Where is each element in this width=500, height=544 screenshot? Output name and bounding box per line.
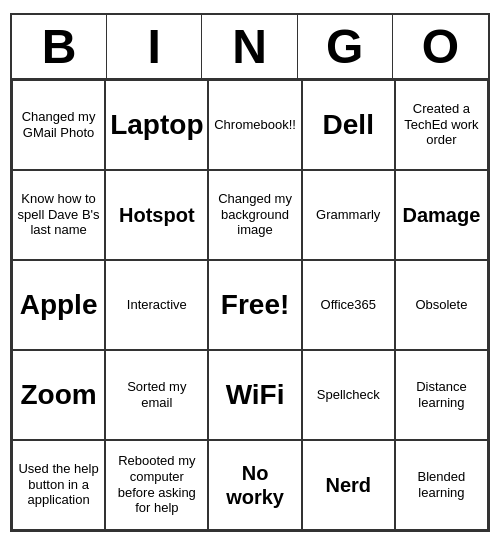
bingo-cell-13: Office365 [302,260,395,350]
bingo-grid: Changed my GMail PhotoLaptopChromebook!!… [12,80,488,530]
bingo-cell-20: Used the help button in a application [12,440,105,530]
bingo-cell-3: Dell [302,80,395,170]
bingo-cell-4: Created a TechEd work order [395,80,488,170]
bingo-cell-17: WiFi [208,350,301,440]
bingo-cell-8: Grammarly [302,170,395,260]
bingo-cell-19: Distance learning [395,350,488,440]
bingo-cell-2: Chromebook!! [208,80,301,170]
bingo-cell-0: Changed my GMail Photo [12,80,105,170]
header-letter-B: B [12,15,107,78]
bingo-cell-23: Nerd [302,440,395,530]
bingo-cell-18: Spellcheck [302,350,395,440]
bingo-cell-5: Know how to spell Dave B's last name [12,170,105,260]
header-letter-G: G [298,15,393,78]
bingo-cell-9: Damage [395,170,488,260]
bingo-cell-12: Free! [208,260,301,350]
bingo-cell-22: No worky [208,440,301,530]
bingo-cell-1: Laptop [105,80,208,170]
bingo-cell-7: Changed my background image [208,170,301,260]
bingo-cell-11: Interactive [105,260,208,350]
bingo-cell-24: Blended learning [395,440,488,530]
header-letter-O: O [393,15,488,78]
bingo-cell-14: Obsolete [395,260,488,350]
header-letter-N: N [202,15,297,78]
bingo-cell-10: Apple [12,260,105,350]
header-letter-I: I [107,15,202,78]
bingo-card: BINGO Changed my GMail PhotoLaptopChrome… [10,13,490,532]
bingo-header: BINGO [12,15,488,80]
bingo-cell-16: Sorted my email [105,350,208,440]
bingo-cell-21: Rebooted my computer before asking for h… [105,440,208,530]
bingo-cell-6: Hotspot [105,170,208,260]
bingo-cell-15: Zoom [12,350,105,440]
